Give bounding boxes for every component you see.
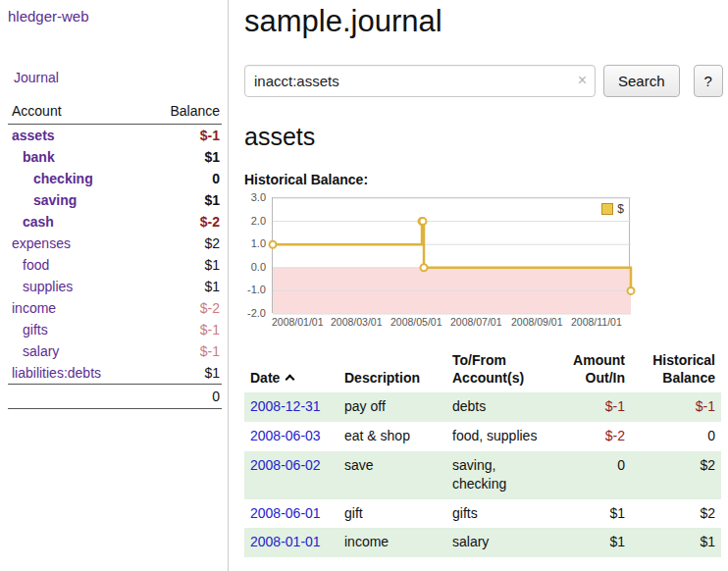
transaction-amount: 0 — [546, 451, 631, 499]
x-tick-label: 2008/03/01 — [331, 316, 387, 328]
register-row: 2008-06-01 gift gifts $1 $2 — [244, 499, 721, 529]
transaction-date-link[interactable]: 2008-01-01 — [250, 534, 321, 549]
transaction-amount: $1 — [546, 528, 631, 557]
x-tick-label: 2008/01/01 — [272, 316, 328, 328]
account-balance: $2 — [143, 233, 222, 254]
account-link[interactable]: liabilities:debts — [12, 365, 101, 381]
account-link[interactable]: food — [23, 257, 49, 273]
transaction-date-link[interactable]: 2008-06-01 — [250, 505, 321, 521]
register-row: 2008-06-02 save saving, checking 0 $2 — [244, 451, 721, 499]
account-link[interactable]: gifts — [23, 322, 48, 337]
account-link[interactable]: saving — [33, 192, 77, 208]
transaction-date-link[interactable]: 2008-06-03 — [250, 428, 321, 443]
account-link[interactable]: salary — [23, 343, 59, 359]
account-row: income $-2 — [8, 297, 222, 319]
account-row: supplies $1 — [8, 276, 222, 297]
transaction-amount: $-1 — [546, 392, 631, 422]
register-table: Date Description To/From Account(s) Amou… — [244, 349, 721, 557]
account-row: gifts $-1 — [8, 319, 222, 340]
x-tick-label: 2008/07/01 — [450, 316, 506, 328]
transaction-date-link[interactable]: 2008-12-31 — [250, 398, 321, 414]
chart-x-axis: 2008/01/012008/03/012008/05/012008/07/01… — [272, 315, 631, 330]
sidebar: hledger-web Journal Account Balance asse… — [0, 0, 229, 571]
account-balance: $-2 — [143, 297, 222, 319]
search-field-wrap: × — [244, 65, 596, 97]
account-link[interactable]: expenses — [12, 235, 71, 251]
transaction-balance: $-1 — [631, 392, 721, 422]
search-button[interactable]: Search — [603, 65, 680, 97]
account-link[interactable]: supplies — [23, 279, 73, 294]
chart-title: Historical Balance: — [244, 172, 723, 187]
total-spacer — [8, 385, 143, 409]
account-balance: $-1 — [143, 125, 222, 147]
account-total-row: 0 — [8, 385, 222, 409]
account-balance: $-1 — [143, 340, 222, 362]
x-tick-label: 2008/05/01 — [390, 316, 446, 328]
legend-swatch-icon — [601, 203, 613, 215]
account-link[interactable]: checking — [33, 171, 93, 186]
account-balance: $-1 — [143, 319, 222, 340]
account-row: salary $-1 — [8, 340, 222, 362]
account-link[interactable]: bank — [23, 149, 55, 165]
account-balance: $-2 — [143, 211, 222, 233]
account-row: expenses $2 — [8, 233, 222, 254]
account-table-header-row: Account Balance — [8, 101, 222, 125]
y-tick-label: -1.0 — [247, 284, 266, 295]
sidebar-journal-link[interactable]: Journal — [14, 70, 222, 85]
transaction-balance: 0 — [631, 422, 721, 451]
page-title: sample.journal — [244, 4, 723, 39]
account-link[interactable]: cash — [23, 214, 54, 230]
help-button[interactable]: ? — [694, 65, 723, 97]
transaction-balance: $2 — [631, 451, 721, 499]
chart-y-axis: 3.02.01.00.0-1.0-2.0 — [244, 197, 269, 313]
register-row: 2008-12-31 pay off debts $-1 $-1 — [244, 392, 721, 422]
amount-column-header: Amount Out/In — [546, 349, 631, 392]
account-table-body: assets $-1 bank $1 checking 0 saving $1 … — [8, 125, 222, 385]
register-row: 2008-06-03 eat & shop food, supplies $-2… — [244, 422, 721, 451]
account-row: assets $-1 — [8, 125, 222, 147]
transaction-description: income — [338, 528, 446, 557]
transaction-description: pay off — [338, 392, 446, 422]
account-link[interactable]: income — [12, 300, 56, 316]
account-row: liabilities:debts $1 — [8, 362, 222, 385]
transaction-description: save — [338, 451, 446, 499]
account-link[interactable]: assets — [12, 128, 55, 143]
account-balance: $1 — [143, 254, 222, 276]
account-balance: $1 — [143, 189, 222, 211]
chart-legend: $ — [601, 202, 624, 216]
historical-balance-chart: 3.02.01.00.0-1.0-2.0 $ 2008/01/012008/03… — [244, 197, 637, 330]
balance-column-header: Balance — [143, 101, 222, 125]
x-tick-label: 2008/11/01 — [571, 316, 627, 328]
legend-label: $ — [617, 202, 624, 216]
account-balance: $1 — [143, 362, 222, 385]
x-tick-label: 2008/09/01 — [511, 316, 567, 328]
date-column-header[interactable]: Date — [244, 349, 338, 392]
y-tick-label: 2.0 — [251, 215, 266, 227]
transaction-accounts: debts — [446, 392, 546, 422]
main-content: sample.journal × Search ? assets Histori… — [229, 0, 728, 571]
app-title-link[interactable]: hledger-web — [8, 8, 222, 25]
account-row: checking 0 — [8, 168, 222, 189]
transaction-amount: $-2 — [546, 422, 631, 451]
account-column-header: Account — [8, 101, 143, 125]
transaction-accounts: saving, checking — [446, 451, 546, 499]
account-row: bank $1 — [8, 146, 222, 168]
account-row: food $1 — [8, 254, 222, 276]
y-tick-label: 1.0 — [251, 237, 266, 249]
register-row: 2008-01-01 income salary $1 $1 — [244, 528, 721, 557]
transaction-accounts: gifts — [446, 499, 546, 529]
search-input[interactable] — [244, 65, 596, 97]
y-tick-label: -2.0 — [247, 307, 266, 319]
account-balance: $1 — [143, 146, 222, 168]
transaction-balance: $2 — [631, 499, 721, 529]
description-column-header: Description — [338, 349, 446, 392]
search-bar: × Search ? — [244, 65, 723, 97]
account-row: cash $-2 — [8, 211, 222, 233]
clear-search-icon[interactable]: × — [578, 72, 587, 89]
transaction-date-link[interactable]: 2008-06-02 — [250, 457, 321, 473]
transaction-balance: $1 — [631, 528, 721, 557]
account-heading: assets — [244, 123, 723, 151]
transaction-accounts: food, supplies — [446, 422, 546, 451]
y-tick-label: 3.0 — [251, 191, 266, 203]
register-table-body: 2008-12-31 pay off debts $-1 $-1 2008-06… — [244, 392, 721, 557]
